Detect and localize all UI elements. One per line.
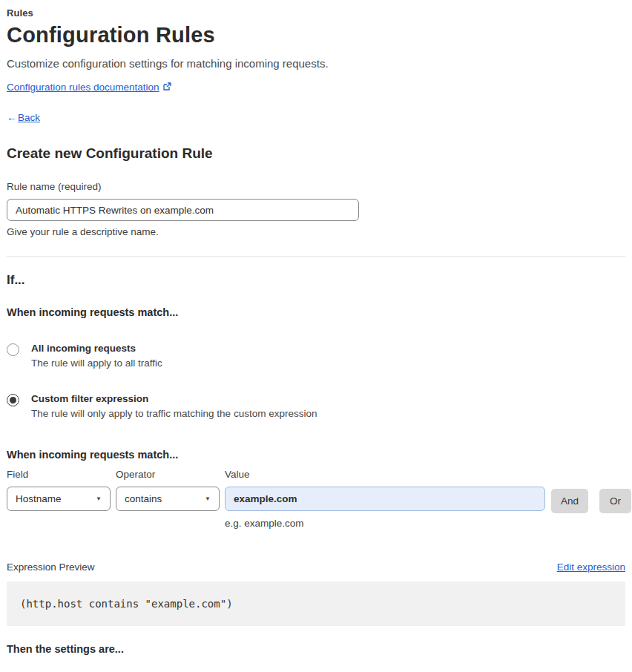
section-divider <box>7 256 625 257</box>
documentation-link-row: Configuration rules documentation <box>7 80 625 94</box>
expression-code: (http.host contains "example.com") <box>20 598 233 610</box>
or-button[interactable]: Or <box>599 489 631 513</box>
expression-builder-heading: When incoming requests match... <box>7 449 625 461</box>
rule-name-help: Give your rule a descriptive name. <box>7 226 625 237</box>
radio-option-label: All incoming requests <box>31 343 162 354</box>
radio-selected-icon[interactable] <box>7 394 19 406</box>
operator-select[interactable]: contains ▼ <box>116 487 220 511</box>
operator-buttons: And Or <box>545 489 631 513</box>
radio-option-custom-filter[interactable]: Custom filter expression The rule will o… <box>7 393 625 419</box>
value-input[interactable] <box>225 487 545 511</box>
edit-expression-link[interactable]: Edit expression <box>557 561 625 573</box>
value-column: Value e.g. example.com <box>225 469 545 529</box>
and-button[interactable]: And <box>551 489 588 513</box>
expression-preview-label: Expression Preview <box>7 561 95 573</box>
radio-option-text: All incoming requests The rule will appl… <box>31 343 162 369</box>
back-arrow-icon[interactable]: ← <box>7 111 17 123</box>
operator-label: Operator <box>116 469 220 480</box>
external-link-icon <box>162 81 171 94</box>
rule-name-input[interactable] <box>7 199 359 221</box>
back-link[interactable]: Back <box>18 112 40 123</box>
rule-name-label: Rule name (required) <box>7 181 625 192</box>
documentation-link[interactable]: Configuration rules documentation <box>7 82 159 93</box>
chevron-down-icon: ▼ <box>205 495 211 502</box>
radio-option-description: The rule will apply to all traffic <box>31 358 162 369</box>
page: Rules Configuration Rules Customize conf… <box>7 7 625 672</box>
create-rule-title: Create new Configuration Rule <box>7 145 625 162</box>
chevron-down-icon: ▼ <box>96 495 102 502</box>
field-select-value: Hostname <box>16 493 62 504</box>
match-heading: When incoming requests match... <box>7 306 625 318</box>
radio-unselected-icon[interactable] <box>7 343 19 356</box>
field-label: Field <box>7 469 111 480</box>
field-column: Field Hostname ▼ <box>7 469 111 511</box>
breadcrumb: Rules <box>7 7 625 19</box>
radio-option-label: Custom filter expression <box>31 393 317 404</box>
radio-option-text: Custom filter expression The rule will o… <box>31 393 317 419</box>
value-label: Value <box>225 469 545 480</box>
if-heading: If... <box>7 273 625 288</box>
operator-select-value: contains <box>125 493 162 504</box>
back-link-row: ←Back <box>7 111 625 123</box>
field-select[interactable]: Hostname ▼ <box>7 487 111 511</box>
radio-option-all-requests[interactable]: All incoming requests The rule will appl… <box>7 343 625 369</box>
value-hint: e.g. example.com <box>225 518 545 529</box>
page-title: Configuration Rules <box>7 23 625 47</box>
expression-builder: Field Hostname ▼ Operator contains ▼ Val… <box>7 469 625 529</box>
expression-preview-row: Expression Preview Edit expression <box>7 561 625 573</box>
operator-column: Operator contains ▼ <box>116 469 220 511</box>
expression-code-block: (http.host contains "example.com") <box>7 582 625 626</box>
page-subtitle: Customize configuration settings for mat… <box>7 57 625 70</box>
then-settings-heading: Then the settings are... <box>7 643 625 655</box>
radio-option-description: The rule will only apply to traffic matc… <box>31 408 317 419</box>
